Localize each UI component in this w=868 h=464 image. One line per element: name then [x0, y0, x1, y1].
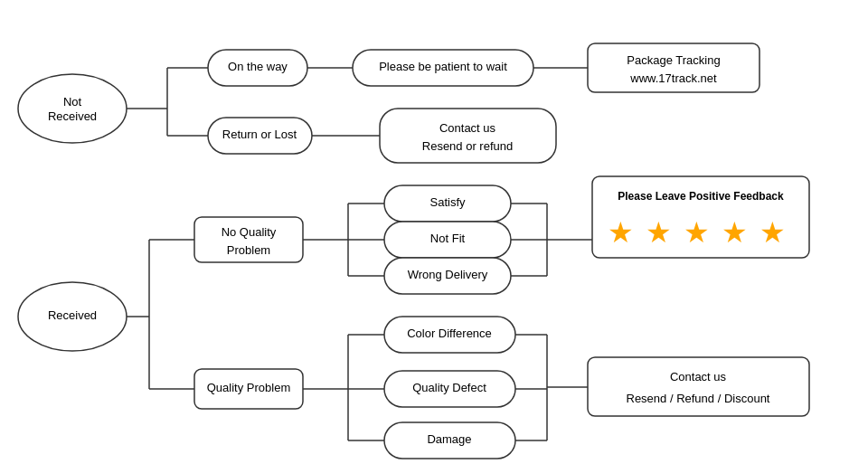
wrong-delivery-label: Wrong Delivery: [408, 268, 488, 281]
on-the-way-label: On the way: [228, 60, 288, 73]
return-lost-label: Return or Lost: [222, 128, 297, 141]
received-label: Received: [48, 308, 97, 322]
color-diff-label: Color Difference: [407, 327, 492, 340]
feedback-text: Please Leave Positive Feedback: [618, 190, 784, 203]
star1: ★: [608, 216, 634, 249]
patient-label: Please be patient to wait: [379, 60, 507, 73]
no-quality-label1: No Quality: [222, 225, 277, 239]
quality-problem-label: Quality Problem: [207, 381, 290, 394]
star3: ★: [684, 216, 710, 249]
contact-resend-label1: Contact us: [439, 121, 496, 135]
not-fit-label: Not Fit: [430, 232, 466, 245]
tracking-label1: Package Tracking: [627, 53, 720, 67]
contact-resend-label2: Resend or refund: [422, 139, 513, 153]
star5: ★: [760, 216, 786, 249]
star4: ★: [722, 216, 748, 249]
svg-rect-12: [380, 109, 556, 163]
quality-defect-label: Quality Defect: [412, 381, 486, 394]
contact-refund-label2: Resend / Refund / Discount: [627, 392, 770, 405]
contact-refund-label1: Contact us: [670, 370, 727, 384]
flowchart-diagram: Not Received On the way Please be patien…: [0, 0, 868, 464]
satisfy-label: Satisfy: [429, 195, 466, 209]
damage-label: Damage: [427, 432, 471, 446]
star2: ★: [646, 216, 672, 249]
not-received-label: Not: [63, 95, 82, 109]
tracking-label2: www.17track.net: [629, 71, 717, 85]
svg-rect-47: [588, 357, 809, 416]
not-received-label2: Received: [48, 109, 97, 123]
no-quality-label2: Problem: [227, 243, 270, 257]
